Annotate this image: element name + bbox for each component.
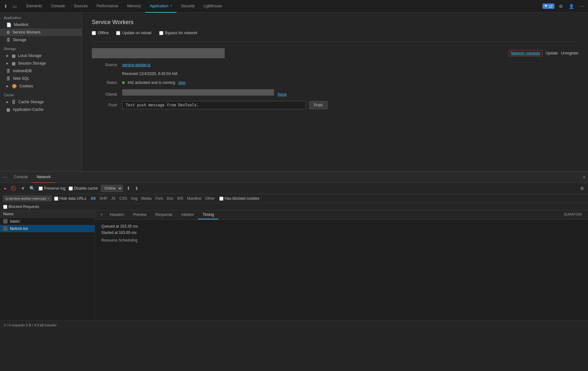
timing-tab-timing[interactable]: Timing	[198, 211, 218, 219]
focus-link[interactable]: focus	[278, 92, 287, 97]
timing-tab-initiator[interactable]: Initiator	[177, 211, 198, 219]
filter-type-js[interactable]: JS	[109, 196, 117, 201]
sw-worker-card: Network requests Update Unregister Sourc…	[92, 48, 579, 109]
filter-type-manifest[interactable]: Manifest	[185, 196, 203, 201]
filter-type-all[interactable]: All	[89, 196, 97, 201]
stop-link[interactable]: stop	[178, 80, 185, 85]
preserve-log-checkbox[interactable]: Preserve log	[39, 186, 65, 191]
tab-application[interactable]: Application ×	[145, 0, 177, 13]
offline-checkbox[interactable]: Offline	[92, 31, 109, 35]
manifest-icon: 📄	[6, 22, 11, 27]
network-requests-btn[interactable]: Network requests	[509, 50, 542, 56]
sidebar-item-web-sql[interactable]: 🗄 Web SQL	[0, 75, 82, 82]
local-storage-chevron: ▶	[6, 54, 9, 57]
filter-type-css[interactable]: CSS	[117, 196, 129, 201]
timing-tab-headers[interactable]: Headers	[105, 211, 128, 219]
device-icon[interactable]: ▭	[11, 3, 18, 10]
disable-cache-checkbox[interactable]: Disable cache	[69, 186, 98, 191]
filter-type-img[interactable]: Img	[129, 196, 139, 201]
cookies-icon: 🍪	[12, 84, 17, 89]
request-item-basic[interactable]: basic/	[0, 218, 95, 225]
bottom-tab-console[interactable]: Console	[9, 172, 32, 183]
source-link[interactable]: service-worker.js	[122, 63, 150, 67]
sidebar-item-local-storage[interactable]: ▶ ▦ Local Storage	[0, 52, 82, 60]
timing-close-btn[interactable]: ×	[98, 211, 105, 219]
filter-tag-close[interactable]: ×	[47, 197, 49, 200]
sidebar-item-storage-main[interactable]: 🗄 Storage	[0, 36, 82, 44]
more-icon[interactable]: ⋯	[579, 3, 585, 10]
sidebar-item-manifest[interactable]: 📄 Manifest	[0, 21, 82, 28]
filter-type-media[interactable]: Media	[139, 196, 153, 201]
update-on-reload-input[interactable]	[116, 31, 120, 35]
sw-divider	[92, 41, 579, 42]
service-workers-icon: ⚙	[6, 30, 10, 35]
offline-input[interactable]	[92, 31, 96, 35]
throttle-select[interactable]: Online	[101, 185, 123, 192]
upload-icon[interactable]: ⬆	[126, 185, 131, 192]
timing-section-resource: Resource Scheduling	[101, 238, 582, 242]
sw-worker-bar	[92, 48, 225, 58]
sidebar-item-session-storage[interactable]: ▶ ▦ Session Storage	[0, 60, 82, 67]
sw-received-row: Received 12/4/2020, 8:45:59 AM	[92, 72, 579, 76]
update-btn[interactable]: Update	[546, 51, 558, 55]
top-right-icons: ⚑ 12 ⚙ 👤 ⋯	[542, 3, 585, 10]
blocked-requests-row: Blocked Requests	[0, 203, 588, 211]
indexeddb-icon: 🗄	[6, 69, 10, 73]
sidebar-item-indexeddb[interactable]: 🗄 IndexedDB	[0, 67, 82, 75]
bypass-for-network-input[interactable]	[159, 31, 163, 35]
filter-type-font[interactable]: Font	[153, 196, 165, 201]
bottom-tab-network[interactable]: Network	[32, 172, 55, 183]
blocked-requests-checkbox[interactable]: Blocked Requests	[3, 204, 585, 209]
cache-storage-icon: 🗄	[12, 100, 16, 104]
cache-storage-chevron: ▶	[6, 100, 9, 104]
tab-elements[interactable]: Elements	[22, 0, 47, 13]
sw-push-row: Push Push	[92, 101, 579, 109]
bottom-close-icon[interactable]: ×	[583, 175, 585, 180]
sidebar-section-application: Application	[0, 13, 82, 21]
blocked-requests-input[interactable]	[3, 205, 7, 209]
clear-icon[interactable]: 🚫	[10, 185, 17, 192]
tab-lighthouse[interactable]: Lighthouse	[199, 0, 227, 13]
sidebar-item-cookies[interactable]: ▶ 🍪 Cookies	[0, 82, 82, 90]
disable-cache-input[interactable]	[69, 186, 73, 191]
timing-tab-response[interactable]: Response	[151, 211, 177, 219]
cursor-icon[interactable]: ⬆	[3, 3, 9, 10]
filter-type-xhr[interactable]: XHR	[97, 196, 109, 201]
preserve-log-input[interactable]	[39, 186, 43, 191]
duration-label: DURATION	[560, 211, 585, 219]
filter-type-ws[interactable]: WS	[175, 196, 185, 201]
sw-status-value: #42 activated and is running stop	[122, 80, 185, 85]
push-button[interactable]: Push	[309, 101, 327, 109]
record-icon[interactable]: ●	[3, 185, 7, 192]
download-icon[interactable]: ⬇	[134, 185, 139, 192]
issues-badge[interactable]: ⚑ 12	[542, 3, 554, 9]
push-input[interactable]	[122, 101, 306, 109]
update-on-reload-checkbox[interactable]: Update on reload	[116, 31, 151, 35]
filter-type-doc[interactable]: Doc	[165, 196, 175, 201]
filter-icon[interactable]: ▼	[20, 185, 26, 192]
timing-tab-preview[interactable]: Preview	[128, 211, 151, 219]
tab-security[interactable]: Security	[177, 0, 199, 13]
network-settings-icon[interactable]: ⚙	[579, 185, 585, 192]
tab-memory[interactable]: Memory	[123, 0, 145, 13]
has-blocked-cookies-input[interactable]	[219, 197, 223, 201]
has-blocked-cookies-checkbox[interactable]: Has blocked cookies	[219, 196, 260, 201]
unregister-btn[interactable]: Unregister	[561, 51, 579, 55]
filter-type-other[interactable]: Other	[203, 196, 217, 201]
tab-sources[interactable]: Sources	[69, 0, 92, 13]
tab-performance[interactable]: Performance	[92, 0, 123, 13]
person-icon[interactable]: 👤	[567, 3, 575, 10]
search-icon[interactable]: 🔍	[29, 185, 35, 192]
bottom-more-icon[interactable]: ⋯	[3, 175, 7, 180]
hide-data-urls-input[interactable]	[54, 197, 58, 201]
tab-console[interactable]: Console	[47, 0, 69, 13]
sidebar-item-application-cache[interactable]: ▦ Application Cache	[0, 106, 82, 113]
tab-application-close[interactable]: ×	[170, 4, 172, 8]
settings-icon[interactable]: ⚙	[558, 3, 564, 10]
sidebar-item-cache-storage[interactable]: ▶ 🗄 Cache Storage	[0, 98, 82, 106]
request-item-favicon[interactable]: favicon.ico	[0, 225, 95, 232]
bypass-for-network-checkbox[interactable]: Bypass for network	[159, 31, 197, 35]
session-storage-chevron: ▶	[6, 62, 9, 65]
hide-data-urls-checkbox[interactable]: Hide data URLs	[54, 196, 86, 201]
sidebar-item-service-workers[interactable]: ⚙ Service Workers	[0, 28, 82, 36]
